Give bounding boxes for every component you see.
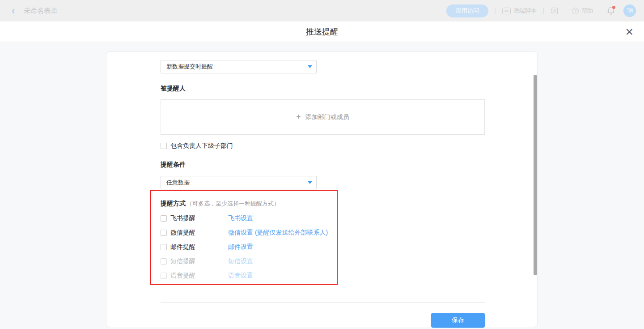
- sms-checkbox: [161, 258, 167, 265]
- wechat-checkbox[interactable]: [161, 230, 167, 236]
- modal-header: 推送提醒 ×: [0, 21, 644, 42]
- help-button[interactable]: ? 帮助: [572, 7, 593, 15]
- push-reminder-modal: 推送提醒 × 新数据提交时提醒 被提醒人 + 添加部门或成员 包含负责人下级子部…: [0, 21, 644, 329]
- method-row-voice: 语音提醒 语音设置: [161, 272, 484, 279]
- divider: [600, 8, 600, 14]
- save-row: 保存: [161, 313, 485, 328]
- contacts-icon: [551, 7, 558, 15]
- voice-settings-link: 语音设置: [228, 272, 253, 280]
- include-sub-dept-row: 包含负责人下级子部门: [161, 142, 484, 150]
- sms-settings-link: 短信设置: [228, 257, 253, 265]
- voice-checkbox: [161, 273, 167, 279]
- code-icon: </>: [502, 8, 511, 14]
- method-row-feishu: 飞书提醒 飞书设置: [161, 215, 484, 222]
- divider: [495, 8, 496, 14]
- method-row-sms: 短信提醒 短信设置: [161, 258, 484, 265]
- condition-select-value: 任意数据: [161, 176, 303, 189]
- chevron-down-icon: [308, 181, 312, 184]
- include-sub-dept-checkbox[interactable]: [161, 143, 167, 149]
- topbar-right: 应用访问 </> 后端脚本 ? 帮助: [446, 0, 636, 21]
- wechat-label: 微信提醒: [170, 229, 228, 237]
- condition-select[interactable]: 任意数据: [161, 176, 317, 189]
- feishu-label: 飞书提醒: [170, 214, 228, 222]
- condition-label: 提醒条件: [161, 161, 484, 169]
- help-icon: ?: [572, 8, 579, 14]
- method-row-wechat: 微信提醒 微信设置 (提醒仅发送给外部联系人): [161, 229, 484, 236]
- reminder-settings-card: 新数据提交时提醒 被提醒人 + 添加部门或成员 包含负责人下级子部门 提醒条件 …: [106, 51, 538, 327]
- trigger-select-arrow: [303, 60, 316, 73]
- divider: [543, 8, 544, 14]
- close-icon[interactable]: ×: [625, 25, 633, 38]
- methods-label: 提醒方式: [161, 200, 186, 208]
- wechat-settings-link[interactable]: 微信设置 (提醒仅发送给外部联系人): [228, 229, 328, 237]
- divider: [161, 302, 485, 303]
- feishu-checkbox[interactable]: [161, 215, 167, 222]
- chevron-down-icon: [308, 65, 312, 68]
- trigger-select-value: 新数据提交时提醒: [161, 60, 303, 73]
- email-settings-link[interactable]: 邮件设置: [228, 243, 253, 251]
- app-access-button[interactable]: 应用访问: [446, 4, 488, 17]
- plus-icon: +: [296, 112, 301, 122]
- methods-header: 提醒方式 （可多选，至少选择一种提醒方式）: [161, 200, 484, 208]
- notification-dot: [612, 6, 615, 9]
- condition-select-arrow: [303, 176, 316, 189]
- method-row-email: 邮件提醒 邮件设置: [161, 244, 484, 251]
- feishu-settings-link[interactable]: 飞书设置: [228, 214, 253, 222]
- backend-script-label: 后端脚本: [513, 7, 537, 15]
- scrollbar-thumb[interactable]: [534, 75, 537, 275]
- form-title: 未命名表单: [24, 7, 57, 15]
- email-label: 邮件提醒: [170, 243, 228, 251]
- sms-label: 短信提醒: [170, 257, 228, 265]
- add-member-button[interactable]: + 添加部门或成员: [161, 99, 485, 135]
- recipient-label: 被提醒人: [161, 85, 484, 93]
- trigger-select[interactable]: 新数据提交时提醒: [161, 60, 317, 73]
- avatar[interactable]: T测: [623, 4, 636, 17]
- divider: [565, 8, 565, 14]
- methods-hint: （可多选，至少选择一种提醒方式）: [186, 200, 280, 208]
- modal-title: 推送提醒: [306, 26, 338, 37]
- contacts-button[interactable]: [551, 7, 558, 15]
- include-sub-dept-label: 包含负责人下级子部门: [170, 142, 233, 150]
- notifications-button[interactable]: [607, 6, 615, 15]
- topbar-left: ‹ 未命名表单: [12, 0, 57, 21]
- email-checkbox[interactable]: [161, 244, 167, 250]
- add-member-label: 添加部门或成员: [305, 113, 349, 121]
- save-button[interactable]: 保存: [431, 313, 485, 328]
- topbar: ‹ 未命名表单 应用访问 </> 后端脚本 ? 帮助: [0, 0, 644, 21]
- help-label: 帮助: [581, 7, 593, 15]
- modal-body: 新数据提交时提醒 被提醒人 + 添加部门或成员 包含负责人下级子部门 提醒条件 …: [0, 42, 644, 329]
- backend-script-button[interactable]: </> 后端脚本: [502, 7, 537, 15]
- back-icon[interactable]: ‹: [12, 5, 15, 16]
- voice-label: 语音提醒: [170, 272, 228, 280]
